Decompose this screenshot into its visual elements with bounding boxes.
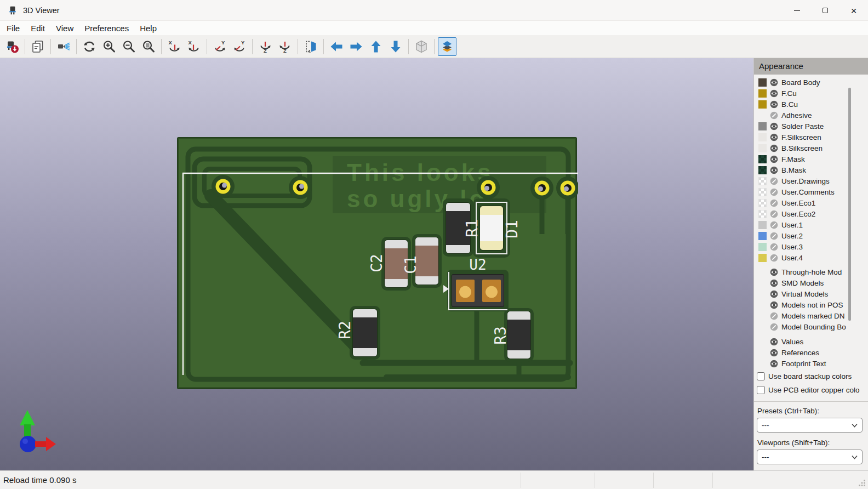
orthographic-projection-button[interactable] bbox=[412, 37, 431, 56]
presets-dropdown[interactable]: --- bbox=[757, 418, 863, 433]
layer-color-swatch[interactable] bbox=[758, 133, 767, 141]
visibility-eye-icon[interactable] bbox=[770, 166, 778, 174]
visibility-hidden-icon[interactable] bbox=[770, 199, 778, 207]
zoom-to-fit-button[interactable] bbox=[139, 37, 158, 56]
visibility-eye-icon[interactable] bbox=[770, 89, 778, 98]
visibility-eye-icon[interactable] bbox=[770, 301, 778, 309]
rotate-y-clockwise-button[interactable]: Y bbox=[210, 37, 229, 56]
visibility-eye-icon[interactable] bbox=[770, 133, 778, 141]
visibility-eye-icon[interactable] bbox=[770, 279, 778, 287]
layer-row-board-body[interactable]: Board Body bbox=[754, 77, 868, 88]
layer-color-swatch[interactable] bbox=[758, 199, 767, 207]
visibility-eye-icon[interactable] bbox=[770, 122, 778, 130]
visibility-hidden-icon[interactable] bbox=[770, 243, 778, 251]
row-values[interactable]: Values bbox=[754, 336, 868, 347]
close-button[interactable]: × bbox=[840, 0, 868, 21]
layer-color-swatch[interactable] bbox=[758, 221, 767, 229]
zoom-in-button[interactable] bbox=[100, 37, 118, 56]
menu-preferences[interactable]: Preferences bbox=[79, 22, 134, 34]
visibility-hidden-icon[interactable] bbox=[770, 323, 778, 331]
rotate-z-clockwise-icon: Z bbox=[258, 39, 272, 54]
status-reload-time: Reload time 0.090 s bbox=[3, 475, 76, 485]
layer-color-swatch[interactable] bbox=[758, 210, 767, 218]
flip-board-button[interactable] bbox=[301, 37, 320, 56]
checkbox-box[interactable] bbox=[757, 386, 765, 394]
layer-color-swatch[interactable] bbox=[758, 166, 767, 174]
checkbox-box[interactable] bbox=[757, 372, 765, 380]
checkbox-use-board-stackup-colors[interactable]: Use board stackup colors bbox=[757, 372, 852, 380]
visibility-eye-icon[interactable] bbox=[770, 100, 778, 109]
copy-image-button[interactable] bbox=[28, 37, 47, 56]
visibility-hidden-icon[interactable] bbox=[770, 221, 778, 229]
checkbox-use-pcb-editor-copper-colors[interactable]: Use PCB editor copper colo bbox=[757, 386, 860, 394]
layer-color-swatch[interactable] bbox=[758, 243, 767, 251]
resistor-cap bbox=[446, 203, 470, 211]
visibility-eye-icon[interactable] bbox=[770, 144, 778, 152]
visibility-hidden-icon[interactable] bbox=[770, 177, 778, 185]
scrollbar-thumb[interactable] bbox=[848, 88, 851, 321]
presets-label: Presets (Ctrl+Tab): bbox=[757, 407, 819, 415]
resistor-cap bbox=[507, 350, 530, 359]
maximize-button[interactable] bbox=[811, 0, 840, 21]
layer-label: User.Eco1 bbox=[781, 199, 815, 207]
rotate-z-counterclockwise-button[interactable]: Z bbox=[276, 37, 294, 56]
menu-help[interactable]: Help bbox=[134, 22, 162, 34]
layer-color-swatch[interactable] bbox=[758, 100, 767, 109]
minimize-button[interactable] bbox=[783, 0, 811, 21]
visibility-hidden-icon[interactable] bbox=[770, 312, 778, 320]
show-appearance-manager-button[interactable] bbox=[438, 37, 456, 56]
layer-color-swatch[interactable] bbox=[758, 122, 767, 130]
rotate-z-clockwise-button[interactable]: Z bbox=[256, 37, 275, 56]
visibility-eye-icon[interactable] bbox=[770, 290, 778, 298]
viewports-label: Viewports (Shift+Tab): bbox=[757, 439, 830, 447]
visibility-hidden-icon[interactable] bbox=[770, 232, 778, 240]
menu-file[interactable]: File bbox=[1, 22, 25, 34]
layer-label: F.Silkscreen bbox=[781, 133, 821, 141]
layer-color-swatch[interactable] bbox=[758, 89, 767, 98]
viewport-3d[interactable]: This looks so ugly lol bbox=[0, 58, 753, 470]
viewports-dropdown[interactable]: --- bbox=[757, 450, 863, 464]
visibility-hidden-icon[interactable] bbox=[770, 188, 778, 196]
move-down-button[interactable] bbox=[386, 37, 405, 56]
minimize-icon bbox=[794, 10, 800, 11]
move-up-button[interactable] bbox=[367, 37, 385, 56]
layer-color-swatch[interactable] bbox=[758, 144, 767, 152]
layer-color-swatch[interactable] bbox=[758, 254, 767, 262]
visibility-eye-icon[interactable] bbox=[770, 268, 778, 276]
toolbar-separator bbox=[323, 39, 324, 54]
layer-color-swatch[interactable] bbox=[758, 78, 767, 87]
layer-color-swatch[interactable] bbox=[758, 188, 767, 196]
layer-color-swatch[interactable] bbox=[758, 232, 767, 240]
zoom-out-button[interactable] bbox=[119, 37, 138, 56]
layer-color-swatch[interactable] bbox=[758, 155, 767, 163]
menu-edit[interactable]: Edit bbox=[25, 22, 50, 34]
resize-grip[interactable] bbox=[858, 479, 866, 487]
layer-color-swatch[interactable] bbox=[758, 111, 767, 120]
visibility-hidden-icon[interactable] bbox=[770, 254, 778, 262]
component-D1 bbox=[480, 206, 503, 250]
menu-view[interactable]: View bbox=[50, 22, 79, 34]
rotate-y-counterclockwise-icon: Y bbox=[232, 39, 247, 54]
visibility-eye-icon[interactable] bbox=[770, 360, 778, 368]
toolbar-separator bbox=[25, 39, 25, 54]
render-view-button[interactable] bbox=[54, 37, 73, 56]
visibility-eye-icon[interactable] bbox=[770, 338, 778, 346]
reload-board-button[interactable] bbox=[3, 37, 21, 56]
row-footprint-text[interactable]: Footprint Text bbox=[754, 358, 868, 369]
visibility-hidden-icon[interactable] bbox=[770, 210, 778, 218]
move-right-button[interactable] bbox=[347, 37, 366, 56]
visibility-eye-icon[interactable] bbox=[770, 349, 778, 357]
row-model-bounding-boxes[interactable]: Model Bounding Bo bbox=[754, 321, 868, 332]
visibility-eye-icon[interactable] bbox=[770, 155, 778, 163]
svg-text:Y: Y bbox=[241, 39, 245, 46]
row-references[interactable]: References bbox=[754, 347, 868, 358]
rotate-x-clockwise-button[interactable]: X bbox=[165, 37, 184, 56]
rotate-x-counterclockwise-button[interactable]: X bbox=[185, 37, 203, 56]
redraw-button[interactable] bbox=[80, 37, 99, 56]
visibility-hidden-icon[interactable] bbox=[770, 111, 778, 120]
visibility-eye-icon[interactable] bbox=[770, 78, 778, 87]
move-left-button[interactable] bbox=[327, 37, 346, 56]
layer-color-swatch[interactable] bbox=[758, 177, 767, 185]
maximize-icon bbox=[823, 8, 828, 13]
rotate-y-counterclockwise-button[interactable]: Y bbox=[230, 37, 249, 56]
